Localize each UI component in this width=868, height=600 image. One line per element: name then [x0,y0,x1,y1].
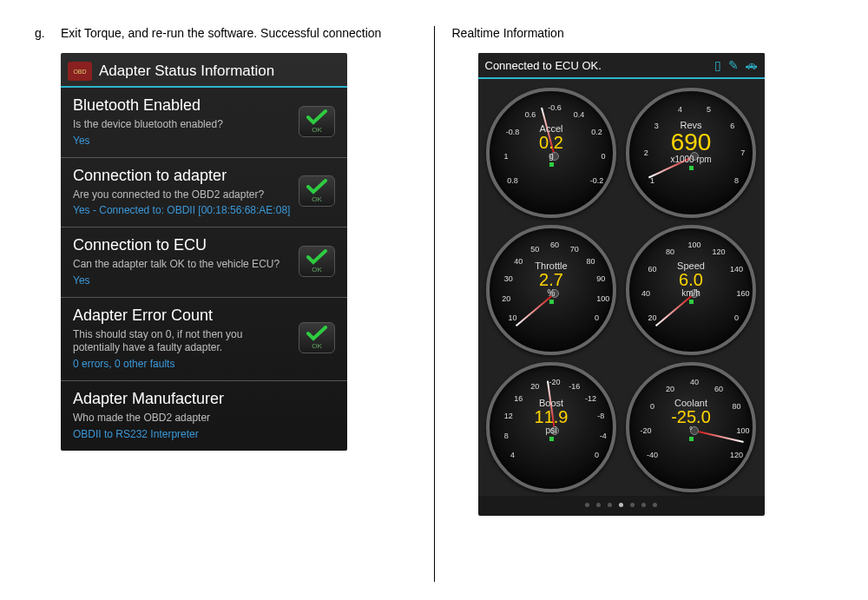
gauge-status-dot [689,166,694,170]
ok-badge: OK [299,246,335,277]
status-item-3[interactable]: Adapter Error CountThis should stay on 0… [61,298,347,381]
status-desc: Who made the OBD2 adapter [73,412,328,425]
status-title: Connection to adapter [73,167,292,185]
ok-badge: OK [299,106,335,137]
gauge-unit: x1000 rpm [670,155,711,164]
status-title: Connection to ECU [73,236,292,254]
gauge-status-dot [549,300,554,304]
gauge-unit: km/h [681,288,700,298]
gauge-unit: g [549,151,554,161]
gauge-status-dot [689,437,694,441]
status-item-4[interactable]: Adapter ManufacturerWho made the OBD2 ad… [61,381,347,451]
page-dot[interactable] [585,503,589,507]
status-desc: Is the device bluetooth enabled? [73,118,292,132]
intro-text: Exit Torque, and re-run the software. Su… [61,26,417,40]
gauge-unit: ° [689,425,693,435]
status-item-0[interactable]: Bluetooth EnabledIs the device bluetooth… [61,88,347,158]
status-value: 0 errors, 0 other faults [73,358,292,370]
page-dot[interactable] [608,503,612,507]
status-title: Adapter Error Count [73,307,292,325]
gauge-coolant[interactable]: -40-20020406080100120Coolant-25.0° [626,362,756,492]
page-dot[interactable] [619,503,623,507]
connection-status: Connected to ECU OK. [485,59,602,72]
status-value: Yes [73,274,292,287]
realtime-title: Realtime Information [452,26,834,40]
phone-title: Adapter Status Information [99,63,274,80]
gauge-value: 2.7 [539,271,563,288]
status-value: Yes [73,135,292,147]
gauge-accel[interactable]: 0.81-0.80.6-0.60.40.20-0.2Accel0.2g [486,88,616,218]
list-letter: g. [35,26,61,40]
status-item-1[interactable]: Connection to adapterAre you connected t… [61,158,347,228]
ok-badge: OK [299,175,335,207]
status-title: Adapter Manufacturer [73,390,328,408]
status-desc: This should stay on 0, if not then you p… [73,328,292,355]
status-title: Bluetooth Enabled [73,96,292,115]
phone-icon[interactable]: ▯ [714,58,721,72]
gauge-unit: psi [546,425,557,435]
gauge-value: 0.2 [539,134,563,151]
gauge-value: 690 [671,130,712,155]
realtime-header: Connected to ECU OK. ▯ ✎ 🚗︎ [478,53,765,79]
phone-realtime: Connected to ECU OK. ▯ ✎ 🚗︎ 0.81-0.80.6-… [478,53,765,516]
phone-adapter-status: OBD Adapter Status Information Bluetooth… [61,53,347,451]
gauge-status-dot [549,437,554,441]
status-desc: Are you connected to the OBD2 adapter? [73,188,292,202]
pencil-icon[interactable]: ✎ [728,58,739,72]
gauge-unit: % [548,288,556,298]
gauge-boost[interactable]: 48121620-20-16-12-8-40Boost11.9psi [486,362,616,492]
status-desc: Can the adapter talk OK to the vehicle E… [73,258,292,272]
phone-header: OBD Adapter Status Information [61,53,347,88]
gauge-throttle[interactable]: 1020304050607080901000Throttle2.7% [486,225,616,355]
obd-logo-icon: OBD [68,62,92,81]
gauge-speed[interactable]: 204060801001201401600Speed6.0km/h [626,225,756,355]
gauge-status-dot [549,162,554,167]
ok-badge: OK [299,322,335,353]
page-dot[interactable] [653,503,657,507]
status-value: OBDII to RS232 Interpreter [73,428,328,440]
page-dot[interactable] [641,503,646,507]
gauge-value: 6.0 [679,271,703,288]
page-dot[interactable] [596,503,601,507]
gauge-status-dot [689,300,694,304]
page-dot[interactable] [630,503,635,507]
status-item-2[interactable]: Connection to ECUCan the adapter talk OK… [61,227,347,298]
gauge-revs[interactable]: 12345678Revs690x1000 rpm [626,88,756,218]
gauge-value: -25.0 [671,408,711,425]
car-icon[interactable]: 🚗︎ [746,58,758,72]
page-indicator[interactable] [478,496,765,516]
status-value: Yes - Connected to: OBDII [00:18:56:68:A… [73,204,292,216]
gauge-value: 11.9 [535,408,569,425]
